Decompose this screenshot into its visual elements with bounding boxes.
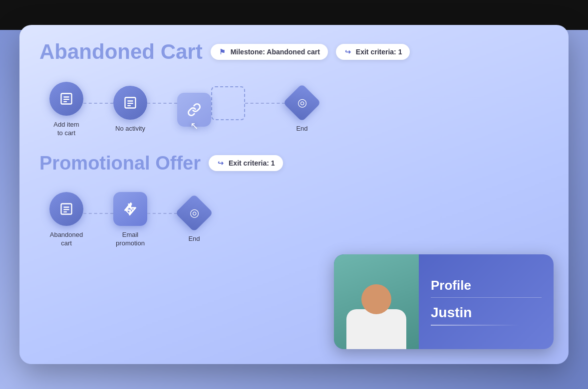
exit-criteria-badge[interactable]: Exit criteria: 1 <box>336 44 410 60</box>
section-promotional-offer: Promotional Offer Exit criteria: 1 Aband… <box>39 153 549 248</box>
end-diamond-icon: ◎ <box>297 96 307 109</box>
node-end-abandoned-label: End <box>296 125 307 133</box>
end-promo-diamond-icon: ◎ <box>190 206 199 219</box>
section-abandoned: Abandoned Cart Milestone: Abandoned cart… <box>39 40 549 138</box>
node-email-promo-label: Emailpromotion <box>116 231 145 248</box>
drop-zone[interactable] <box>211 86 245 120</box>
node-add-item-label: Add itemto cart <box>53 121 79 138</box>
node-circle-no-activity <box>113 86 147 120</box>
milestone-badge[interactable]: Milestone: Abandoned cart <box>211 44 328 60</box>
promo-title: Promotional Offer <box>39 153 201 174</box>
node-end-promo-diamond-wrapper: ◎ <box>177 196 211 230</box>
node-drag[interactable]: ↖ <box>177 93 211 127</box>
profile-card[interactable]: Profile Justin <box>334 254 554 349</box>
promo-exit-criteria-badge[interactable]: Exit criteria: 1 <box>209 155 283 171</box>
abandoned-cart-flow: Add itemto cart No activity <box>39 82 549 138</box>
node-no-activity-label: No activity <box>115 125 145 133</box>
connector-3 <box>245 103 285 104</box>
exit-criteria-text: Exit criteria: 1 <box>356 48 402 56</box>
profile-photo <box>334 254 419 349</box>
connector-promo-1 <box>83 213 113 214</box>
profile-divider <box>431 297 542 298</box>
node-circle-abandoned <box>49 192 83 226</box>
person-figure <box>346 279 406 349</box>
promo-flow: Abandonedcart Emailpromotion <box>39 192 549 248</box>
profile-name: Justin <box>431 305 542 321</box>
profile-photo-inner <box>334 254 419 349</box>
milestone-icon <box>219 48 227 56</box>
promo-exit-criteria-text: Exit criteria: 1 <box>229 159 275 167</box>
node-no-activity[interactable]: No activity <box>113 86 147 133</box>
node-abandoned-cart-label: Abandonedcart <box>50 231 83 248</box>
node-email-promo[interactable]: Emailpromotion <box>113 192 147 248</box>
node-end-promo-label: End <box>188 235 200 243</box>
cursor-icon: ↖ <box>190 120 199 132</box>
node-end-promo[interactable]: ◎ End <box>177 196 211 243</box>
profile-underline <box>431 325 520 326</box>
person-head <box>361 284 391 314</box>
exit-icon <box>344 48 352 56</box>
connector-promo-2 <box>147 213 177 214</box>
node-end-abandoned[interactable]: ◎ End <box>285 86 319 133</box>
abandoned-cart-title: Abandoned Cart <box>39 40 203 64</box>
promo-exit-icon <box>217 159 225 167</box>
main-canvas: Abandoned Cart Milestone: Abandoned cart… <box>19 25 569 364</box>
connector-1 <box>83 103 113 104</box>
promo-header: Promotional Offer Exit criteria: 1 <box>39 153 549 174</box>
node-circle-add-item <box>49 82 83 116</box>
milestone-badge-text: Milestone: Abandoned cart <box>231 48 320 56</box>
person-body <box>346 309 406 349</box>
node-abandoned-cart[interactable]: Abandonedcart <box>49 192 83 248</box>
profile-label: Profile <box>431 278 542 293</box>
profile-info: Profile Justin <box>419 268 554 336</box>
node-rounded-square-email <box>113 192 147 226</box>
svg-marker-12 <box>125 203 136 214</box>
abandoned-cart-header: Abandoned Cart Milestone: Abandoned cart… <box>39 40 549 64</box>
node-end-diamond-wrapper: ◎ <box>285 86 319 120</box>
node-add-item[interactable]: Add itemto cart <box>49 82 83 138</box>
connector-2 <box>147 103 177 104</box>
